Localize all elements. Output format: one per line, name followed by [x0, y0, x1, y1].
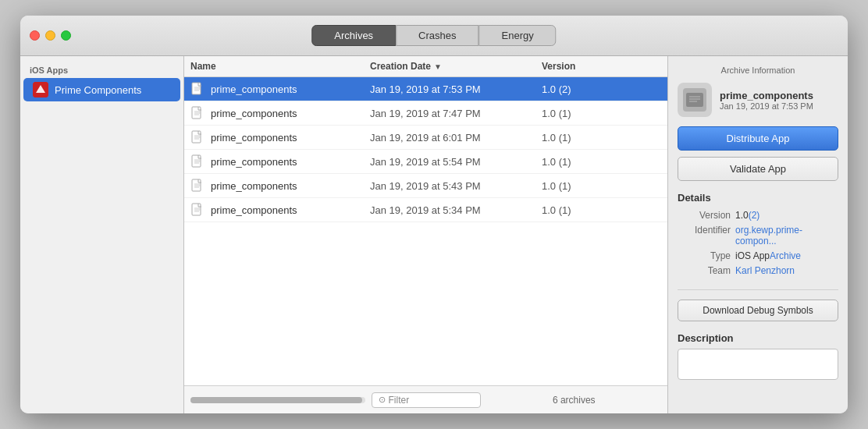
row-version: 1.0 (1)	[542, 132, 604, 144]
tab-energy[interactable]: Energy	[479, 25, 557, 46]
scrollbar-thumb[interactable]	[190, 397, 362, 403]
tab-group: Archives Crashes Energy	[311, 25, 556, 46]
doc-icon	[190, 179, 205, 193]
description-box[interactable]	[678, 349, 838, 380]
sort-arrow-icon: ▼	[434, 62, 442, 71]
archive-row[interactable]: prime_components Jan 19, 2019 at 5:34 PM…	[184, 198, 667, 222]
doc-icon	[190, 154, 205, 168]
identifier-value[interactable]: org.kewp.prime-compon...	[735, 225, 838, 246]
archive-row[interactable]: prime_components Jan 19, 2019 at 5:43 PM…	[184, 174, 667, 198]
svg-rect-27	[686, 93, 703, 107]
sidebar: iOS Apps Prime Components	[20, 56, 184, 413]
archive-list-header: Name Creation Date ▼ Version	[184, 56, 667, 77]
archive-count: 6 archives	[487, 395, 662, 406]
filter-placeholder: Filter	[389, 395, 410, 406]
archive-info-name: prime_components	[720, 90, 813, 101]
row-version: 1.0 (1)	[542, 156, 604, 168]
tab-archives[interactable]: Archives	[311, 25, 396, 46]
version-link[interactable]: (2)	[749, 210, 760, 221]
row-name: prime_components	[211, 156, 370, 168]
download-debug-symbols-button[interactable]: Download Debug Symbols	[678, 300, 838, 321]
tab-crashes[interactable]: Crashes	[396, 25, 478, 46]
row-date: Jan 19, 2019 at 5:34 PM	[370, 204, 542, 216]
team-link[interactable]: Karl Penzhorn	[735, 265, 795, 276]
archive-info-header: prime_components Jan 19, 2019 at 7:53 PM	[678, 83, 838, 117]
archive-info-date: Jan 19, 2019 at 7:53 PM	[720, 101, 813, 111]
archive-meta: prime_components Jan 19, 2019 at 7:53 PM	[720, 90, 813, 111]
team-label: Team	[678, 265, 731, 276]
detail-version-row: Version 1.0 (2)	[678, 210, 838, 221]
row-name: prime_components	[211, 108, 370, 119]
description-title: Description	[678, 332, 838, 344]
sidebar-section-label: iOS Apps	[20, 62, 183, 78]
col-header-date[interactable]: Creation Date ▼	[370, 61, 542, 72]
identifier-label: Identifier	[678, 225, 731, 236]
col-header-name[interactable]: Name	[190, 61, 370, 72]
version-static: 1.0	[735, 210, 749, 221]
doc-icon	[190, 82, 205, 96]
archive-row[interactable]: prime_components Jan 19, 2019 at 7:47 PM…	[184, 101, 667, 126]
details-title: Details	[678, 192, 838, 204]
type-link[interactable]: Archive	[770, 250, 801, 261]
archive-rows: prime_components Jan 19, 2019 at 7:53 PM…	[184, 77, 667, 385]
archive-footer: ⊙ Filter 6 archives	[184, 385, 667, 413]
doc-icon	[190, 130, 205, 144]
row-name: prime_components	[211, 180, 370, 192]
sidebar-item-prime-components[interactable]: Prime Components	[23, 78, 180, 101]
filter-box[interactable]: ⊙ Filter	[372, 392, 481, 408]
filter-icon: ⊙	[379, 395, 386, 405]
distribute-app-button[interactable]: Distribute App	[678, 126, 838, 151]
sidebar-item-label: Prime Components	[55, 84, 141, 96]
info-panel-title: Archive Information	[678, 66, 838, 75]
row-version: 1.0 (1)	[542, 108, 604, 119]
detail-identifier-row: Identifier org.kewp.prime-compon...	[678, 225, 838, 246]
version-label: Version	[678, 210, 731, 221]
info-panel: Archive Information prime_components Jan…	[668, 56, 848, 413]
row-date: Jan 19, 2019 at 5:43 PM	[370, 180, 542, 192]
minimize-button[interactable]	[45, 30, 55, 41]
type-label: Type	[678, 250, 731, 261]
detail-team-row: Team Karl Penzhorn	[678, 265, 838, 276]
archive-row[interactable]: prime_components Jan 19, 2019 at 7:53 PM…	[184, 77, 667, 101]
archive-row[interactable]: prime_components Jan 19, 2019 at 6:01 PM…	[184, 126, 667, 150]
doc-icon	[190, 106, 205, 120]
title-bar: Archives Crashes Energy	[20, 16, 848, 56]
doc-icon	[190, 203, 205, 217]
row-date: Jan 19, 2019 at 7:53 PM	[370, 83, 542, 95]
scrollbar-track[interactable]	[190, 397, 365, 403]
row-date: Jan 19, 2019 at 6:01 PM	[370, 132, 542, 144]
archive-thumbnail	[678, 83, 712, 117]
main-content: iOS Apps Prime Components Name Creation …	[20, 56, 848, 413]
divider	[678, 289, 838, 290]
row-date: Jan 19, 2019 at 7:47 PM	[370, 108, 542, 119]
traffic-lights	[30, 30, 71, 41]
archive-row[interactable]: prime_components Jan 19, 2019 at 5:54 PM…	[184, 150, 667, 174]
row-name: prime_components	[211, 204, 370, 216]
row-date: Jan 19, 2019 at 5:54 PM	[370, 156, 542, 168]
row-name: prime_components	[211, 132, 370, 144]
archive-panel: Name Creation Date ▼ Version	[184, 56, 668, 413]
detail-type-row: Type iOS App Archive	[678, 250, 838, 261]
close-button[interactable]	[30, 30, 40, 41]
row-version: 1.0 (1)	[542, 180, 604, 192]
col-header-version[interactable]: Version	[542, 61, 604, 72]
row-version: 1.0 (1)	[542, 204, 604, 216]
validate-app-button[interactable]: Validate App	[678, 157, 838, 181]
row-name: prime_components	[211, 83, 370, 95]
app-icon	[33, 82, 48, 98]
main-window: Archives Crashes Energy iOS Apps Prime C…	[20, 16, 848, 413]
row-version: 1.0 (2)	[542, 83, 604, 95]
maximize-button[interactable]	[61, 30, 71, 41]
type-static: iOS App	[735, 250, 770, 261]
